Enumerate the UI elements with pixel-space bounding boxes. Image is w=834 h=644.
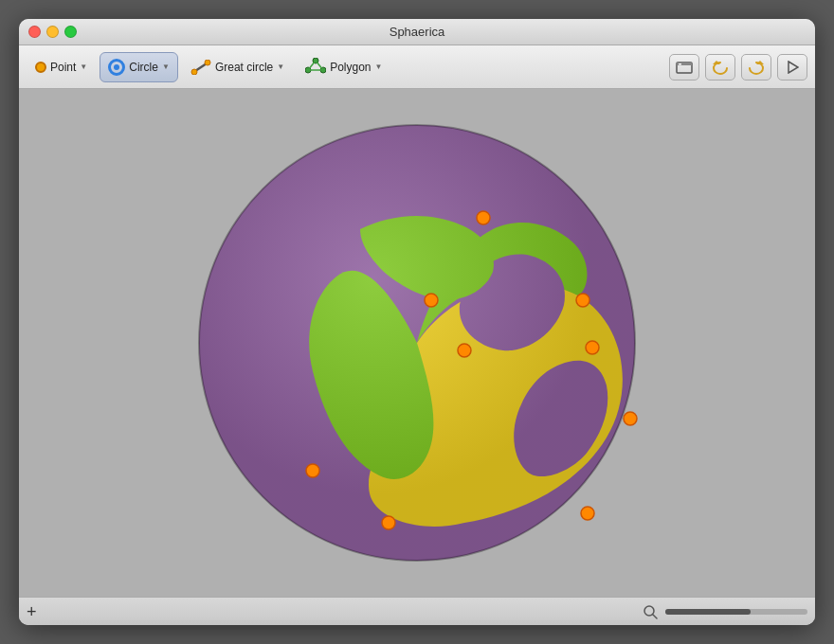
svg-line-17 — [653, 615, 657, 618]
circle-label: Circle — [129, 61, 158, 74]
point-dropdown-arrow[interactable]: ▼ — [80, 63, 87, 71]
toolbar-right — [669, 54, 807, 80]
control-point-3[interactable] — [624, 412, 637, 425]
statusbar: + — [19, 597, 815, 625]
circle-tool-button[interactable]: Circle ▼ — [100, 52, 178, 82]
polygon-dropdown-arrow[interactable]: ▼ — [375, 63, 383, 71]
zoom-icon — [643, 604, 658, 619]
circle-dropdown-arrow[interactable]: ▼ — [162, 63, 170, 71]
toolbar: Point ▼ Circle ▼ Great circle ▼ — [19, 45, 815, 89]
greatcircle-tool-button[interactable]: Great circle ▼ — [182, 52, 293, 82]
control-point-8[interactable] — [382, 516, 395, 529]
svg-marker-14 — [789, 62, 798, 73]
maximize-button[interactable] — [64, 26, 77, 38]
point-label: Point — [50, 61, 76, 74]
svg-line-8 — [308, 61, 316, 70]
zoom-slider[interactable] — [665, 609, 807, 615]
undo-icon — [712, 60, 729, 75]
control-point-7[interactable] — [306, 464, 319, 477]
sphere-canvas[interactable] — [171, 116, 663, 570]
window-title: Sphaerica — [390, 25, 445, 39]
circle-icon — [108, 59, 125, 76]
greatcircle-icon — [190, 60, 211, 75]
redo-button[interactable] — [741, 54, 771, 80]
svg-line-6 — [316, 61, 323, 70]
svg-point-2 — [205, 60, 210, 65]
control-point-4[interactable] — [586, 341, 599, 354]
control-point-6[interactable] — [425, 294, 438, 307]
add-button[interactable]: + — [27, 603, 37, 620]
polygon-tool-button[interactable]: Polygon ▼ — [297, 52, 390, 82]
svg-point-1 — [191, 69, 197, 75]
point-tool-button[interactable]: Point ▼ — [27, 52, 96, 82]
screenshot-icon — [676, 61, 693, 74]
greatcircle-label: Great circle — [215, 61, 273, 74]
minimize-button[interactable] — [46, 26, 59, 38]
play-icon — [786, 61, 799, 74]
titlebar: Sphaerica — [19, 19, 815, 45]
polygon-icon — [305, 58, 326, 77]
svg-rect-11 — [679, 63, 681, 65]
play-button[interactable] — [777, 54, 807, 80]
point-icon — [35, 62, 46, 73]
undo-button[interactable] — [705, 54, 735, 80]
close-button[interactable] — [28, 26, 41, 38]
control-point-5[interactable] — [458, 344, 471, 357]
zoom-fill — [665, 609, 751, 615]
greatcircle-dropdown-arrow[interactable]: ▼ — [277, 63, 284, 71]
control-point-9[interactable] — [581, 507, 594, 520]
window-controls — [28, 26, 77, 38]
redo-icon — [748, 60, 765, 75]
canvas-area[interactable] — [19, 89, 815, 597]
sphere-sheen — [199, 125, 635, 561]
screenshot-button[interactable] — [669, 54, 699, 80]
control-point-1[interactable] — [477, 211, 490, 224]
main-window: Sphaerica Point ▼ Circle ▼ Great circle … — [19, 19, 815, 625]
polygon-label: Polygon — [330, 61, 371, 74]
control-point-2[interactable] — [576, 294, 589, 307]
